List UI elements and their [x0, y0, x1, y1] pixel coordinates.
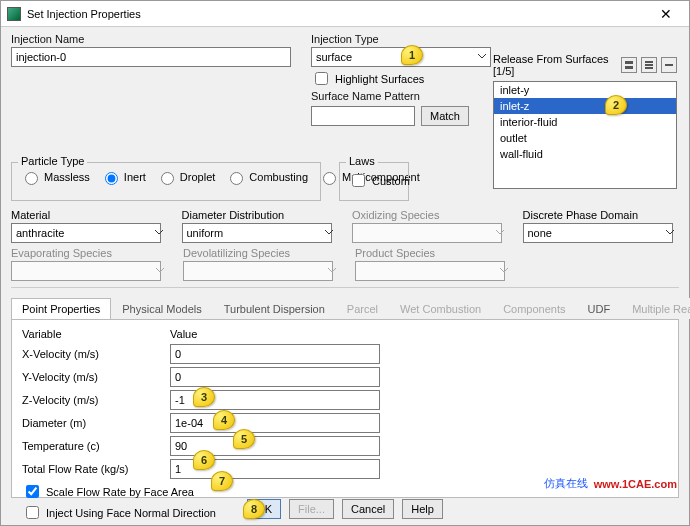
devol-label: Devolatilizing Species	[183, 247, 341, 259]
variable-header: Variable	[22, 328, 162, 340]
laws-legend: Laws	[346, 155, 378, 167]
list-item[interactable]: wall-fluid	[494, 146, 676, 162]
svg-rect-5	[665, 64, 673, 66]
tab-turbulent-dispersion[interactable]: Turbulent Dispersion	[213, 298, 336, 319]
prod-select	[355, 261, 505, 281]
radio-massless[interactable]: Massless	[20, 169, 90, 185]
radio-inert[interactable]: Inert	[100, 169, 146, 185]
select-list-icon[interactable]	[641, 57, 657, 73]
match-button[interactable]: Match	[421, 106, 469, 126]
list-item[interactable]: inlet-y	[494, 82, 676, 98]
tab-udf[interactable]: UDF	[577, 298, 622, 319]
diam-input[interactable]	[170, 413, 380, 433]
select-all-icon[interactable]	[621, 57, 637, 73]
tab-physical-models[interactable]: Physical Models	[111, 298, 212, 319]
deselect-icon[interactable]	[661, 57, 677, 73]
particle-type-group: Particle Type Massless Inert Droplet Com…	[11, 162, 321, 201]
list-item[interactable]: interior-fluid	[494, 114, 676, 130]
svg-rect-0	[625, 61, 633, 64]
temp-label: Temperature (c)	[22, 440, 162, 452]
injection-type-select[interactable]: surface	[311, 47, 491, 67]
custom-law-checkbox[interactable]: Custom	[348, 171, 400, 190]
svg-rect-1	[625, 66, 633, 69]
diameter-dist-label: Diameter Distribution	[182, 209, 339, 221]
release-listbox[interactable]: inlet-y inlet-z interior-fluid outlet wa…	[493, 81, 677, 189]
app-icon	[7, 7, 21, 21]
list-item[interactable]: inlet-z	[494, 98, 676, 114]
cancel-button[interactable]: Cancel	[342, 499, 394, 519]
material-select[interactable]: anthracite	[11, 223, 161, 243]
injection-type-label: Injection Type	[311, 33, 491, 45]
tab-point-properties[interactable]: Point Properties	[11, 298, 111, 319]
oxidizing-select	[352, 223, 502, 243]
xvel-input[interactable]	[170, 344, 380, 364]
ok-button[interactable]: OK	[247, 499, 281, 519]
material-label: Material	[11, 209, 168, 221]
svg-rect-4	[645, 67, 653, 69]
file-button: File...	[289, 499, 334, 519]
tabs: Point Properties Physical Models Turbule…	[11, 298, 679, 320]
evap-select	[11, 261, 161, 281]
oxidizing-label: Oxidizing Species	[352, 209, 509, 221]
yvel-input[interactable]	[170, 367, 380, 387]
svg-rect-2	[645, 61, 653, 63]
list-item[interactable]: outlet	[494, 130, 676, 146]
flow-label: Total Flow Rate (kg/s)	[22, 463, 162, 475]
title-bar: Set Injection Properties ✕	[1, 1, 689, 27]
flow-input[interactable]	[170, 459, 380, 479]
dpd-label: Discrete Phase Domain	[523, 209, 680, 221]
evap-label: Evaporating Species	[11, 247, 169, 259]
tab-wet-combustion[interactable]: Wet Combustion	[389, 298, 492, 319]
radio-combusting[interactable]: Combusting	[225, 169, 308, 185]
prod-label: Product Species	[355, 247, 513, 259]
highlight-surfaces-checkbox[interactable]: Highlight Surfaces	[311, 69, 491, 88]
highlight-surfaces-label: Highlight Surfaces	[335, 73, 424, 85]
release-label: Release From Surfaces [1/5]	[493, 53, 617, 77]
tab-multiple-reactions[interactable]: Multiple Reactions	[621, 298, 690, 319]
xvel-label: X-Velocity (m/s)	[22, 348, 162, 360]
particle-type-legend: Particle Type	[18, 155, 87, 167]
watermark: 仿真在线 www.1CAE.com	[544, 476, 677, 491]
dpd-select[interactable]: none	[523, 223, 673, 243]
surface-pattern-label: Surface Name Pattern	[311, 90, 491, 102]
tab-parcel[interactable]: Parcel	[336, 298, 389, 319]
radio-droplet[interactable]: Droplet	[156, 169, 215, 185]
window-title: Set Injection Properties	[27, 8, 649, 20]
injection-name-label: Injection Name	[11, 33, 301, 45]
diameter-dist-select[interactable]: uniform	[182, 223, 332, 243]
bottom-buttons: OK File... Cancel Help	[1, 499, 689, 519]
tab-body: Variable Value X-Velocity (m/s) Y-Veloci…	[11, 320, 679, 498]
tab-components[interactable]: Components	[492, 298, 576, 319]
zvel-input[interactable]	[170, 390, 380, 410]
laws-group: Laws Custom	[339, 162, 409, 201]
temp-input[interactable]	[170, 436, 380, 456]
dialog-window: Set Injection Properties ✕ Injection Nam…	[0, 0, 690, 526]
release-panel: Release From Surfaces [1/5] inlet-y inle…	[493, 53, 677, 189]
diam-label: Diameter (m)	[22, 417, 162, 429]
help-button[interactable]: Help	[402, 499, 443, 519]
yvel-label: Y-Velocity (m/s)	[22, 371, 162, 383]
close-icon[interactable]: ✕	[649, 6, 683, 22]
surface-pattern-input[interactable]	[311, 106, 415, 126]
svg-rect-3	[645, 64, 653, 66]
devol-select	[183, 261, 333, 281]
injection-name-input[interactable]	[11, 47, 291, 67]
zvel-label: Z-Velocity (m/s)	[22, 394, 162, 406]
value-header: Value	[170, 328, 380, 340]
